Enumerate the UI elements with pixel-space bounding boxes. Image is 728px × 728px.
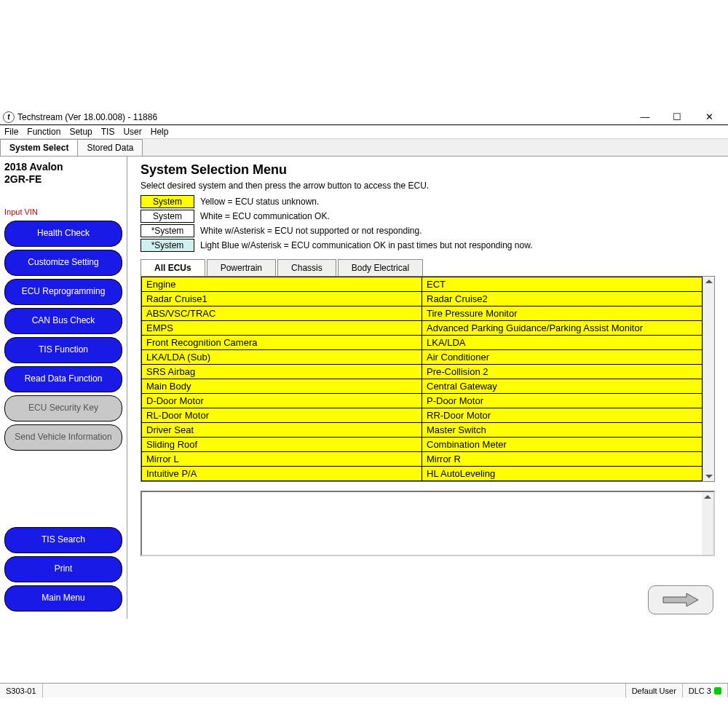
tab-chassis[interactable]: Chassis — [277, 259, 336, 276]
tis-function-button[interactable]: TIS Function — [4, 337, 122, 363]
tab-all-ecus[interactable]: All ECUs — [141, 259, 205, 276]
close-button[interactable]: ✕ — [693, 110, 725, 124]
app-icon: t — [3, 111, 15, 123]
menu-help[interactable]: Help — [151, 127, 169, 137]
menu-user[interactable]: User — [123, 127, 141, 137]
legend-white-desc: White = ECU communication OK. — [200, 211, 330, 221]
tis-search-button[interactable]: TIS Search — [4, 527, 122, 553]
input-vin-link[interactable]: Input VIN — [4, 207, 122, 216]
app-window: t Techstream (Ver 18.00.008) - 11886 — ☐… — [0, 0, 728, 728]
window-controls: — ☐ ✕ — [629, 110, 725, 124]
ecu-security-key-button: ECU Security Key — [4, 395, 122, 422]
ecu-table: EngineECTRadar Cruise1Radar Cruise2ABS/V… — [141, 277, 703, 481]
ecu-cell[interactable]: Master Switch — [422, 423, 703, 438]
tab-body-electrical[interactable]: Body Electrical — [338, 259, 423, 276]
vehicle-engine: 2GR-FE — [4, 173, 122, 186]
sidebar-spacer — [4, 454, 122, 527]
send-vehicle-info-button: Send Vehicle Information — [4, 424, 122, 451]
table-row: Mirror LMirror R — [142, 452, 703, 467]
tab-system-select[interactable]: System Select — [0, 139, 78, 156]
health-check-button[interactable]: Health Check — [4, 221, 122, 247]
table-row: ABS/VSC/TRACTire Pressure Monitor — [142, 306, 703, 321]
table-row: D-Door MotorP-Door Motor — [142, 394, 703, 408]
menu-tis[interactable]: TIS — [101, 127, 115, 137]
ecu-reprogramming-button[interactable]: ECU Reprogramming — [4, 279, 122, 305]
ecu-cell[interactable]: Engine — [142, 277, 422, 292]
customize-setting-button[interactable]: Customize Setting — [4, 250, 122, 276]
log-area — [141, 491, 715, 556]
ecu-cell[interactable]: ECT — [422, 277, 703, 292]
status-indicator-icon — [714, 687, 721, 695]
menu-function[interactable]: Function — [27, 127, 60, 137]
ecu-cell[interactable]: Tire Pressure Monitor — [422, 306, 703, 321]
ecu-cell[interactable]: LKA/LDA — [422, 336, 703, 350]
status-user: Default User — [626, 684, 683, 697]
ecu-cell[interactable]: EMPS — [142, 321, 422, 336]
ecu-cell[interactable]: Mirror L — [142, 452, 422, 467]
ecu-cell[interactable]: ABS/VSC/TRAC — [142, 306, 422, 321]
log-scrollbar[interactable] — [702, 492, 713, 555]
ecu-cell[interactable]: Mirror R — [422, 452, 703, 467]
ecu-cell[interactable]: Intuitive P/A — [142, 467, 422, 481]
read-data-function-button[interactable]: Read Data Function — [4, 366, 122, 392]
status-dlc-label: DLC 3 — [689, 687, 711, 695]
statusbar: S303-01 Default User DLC 3 — [0, 683, 728, 697]
ecu-cell[interactable]: Radar Cruise1 — [142, 292, 422, 306]
minimize-button[interactable]: — — [629, 110, 661, 124]
ecu-cell[interactable]: Combination Meter — [422, 438, 703, 452]
menubar: File Function Setup TIS User Help — [0, 125, 728, 139]
main-menu-button[interactable]: Main Menu — [4, 585, 122, 612]
tab-stored-data[interactable]: Stored Data — [77, 139, 143, 156]
menu-file[interactable]: File — [4, 127, 18, 137]
ecu-cell[interactable]: Main Body — [142, 379, 422, 394]
proceed-arrow-button[interactable] — [648, 585, 713, 614]
status-code: S303-01 — [0, 684, 43, 697]
ecu-cell[interactable]: Central Gateway — [422, 379, 703, 394]
log-text[interactable] — [142, 492, 702, 555]
table-row: Front Recognition CameraLKA/LDA — [142, 336, 703, 350]
instruction-text: Select desired system and then press the… — [141, 181, 715, 191]
ecu-cell[interactable]: SRS Airbag — [142, 365, 422, 379]
ecu-scrollbar[interactable] — [703, 277, 714, 481]
table-row: SRS AirbagPre-Collision 2 — [142, 365, 703, 379]
ecu-cell[interactable]: LKA/LDA (Sub) — [142, 350, 422, 365]
ecu-cell[interactable]: D-Door Motor — [142, 394, 422, 408]
menu-setup[interactable]: Setup — [69, 127, 92, 137]
page-title: System Selection Menu — [141, 162, 715, 178]
legend-asterisk-box: *System — [141, 224, 194, 237]
status-dlc: DLC 3 — [683, 684, 728, 697]
legend-lightblue-desc: Light Blue w/Asterisk = ECU communicatio… — [200, 240, 533, 250]
ecu-cell[interactable]: Sliding Roof — [142, 438, 422, 452]
titlebar: t Techstream (Ver 18.00.008) - 11886 — ☐… — [0, 109, 728, 125]
ecu-cell[interactable]: RL-Door Motor — [142, 408, 422, 423]
legend-white-box: System — [141, 210, 194, 223]
ecu-table-container: EngineECTRadar Cruise1Radar Cruise2ABS/V… — [141, 276, 715, 482]
ecu-cell[interactable]: Air Conditioner — [422, 350, 703, 365]
ecu-cell[interactable]: HL AutoLeveling — [422, 467, 703, 481]
ecu-cell[interactable]: P-Door Motor — [422, 394, 703, 408]
legend-lightblue: *System Light Blue w/Asterisk = ECU comm… — [141, 239, 715, 252]
content-area: 2018 Avalon 2GR-FE Input VIN Health Chec… — [0, 157, 728, 619]
ecu-cell[interactable]: RR-Door Motor — [422, 408, 703, 423]
table-row: Main BodyCentral Gateway — [142, 379, 703, 394]
vehicle-model: 2018 Avalon — [4, 161, 122, 173]
table-row: RL-Door MotorRR-Door Motor — [142, 408, 703, 423]
top-tabstrip: System Select Stored Data — [0, 139, 728, 157]
legend-lightblue-box: *System — [141, 239, 194, 252]
ecu-cell[interactable]: Driver Seat — [142, 423, 422, 438]
table-row: EngineECT — [142, 277, 703, 292]
maximize-button[interactable]: ☐ — [661, 110, 693, 124]
legend-asterisk-desc: White w/Asterisk = ECU not supported or … — [200, 226, 422, 236]
table-row: Driver SeatMaster Switch — [142, 423, 703, 438]
print-button[interactable]: Print — [4, 556, 122, 582]
ecu-cell[interactable]: Radar Cruise2 — [422, 292, 703, 306]
ecu-cell[interactable]: Advanced Parking Guidance/Parking Assist… — [422, 321, 703, 336]
table-row: LKA/LDA (Sub)Air Conditioner — [142, 350, 703, 365]
tab-powertrain[interactable]: Powertrain — [207, 259, 276, 276]
legend-asterisk: *System White w/Asterisk = ECU not suppo… — [141, 224, 715, 237]
main-panel: System Selection Menu Select desired sys… — [127, 157, 728, 619]
ecu-cell[interactable]: Front Recognition Camera — [142, 336, 422, 350]
ecu-cell[interactable]: Pre-Collision 2 — [422, 365, 703, 379]
can-bus-check-button[interactable]: CAN Bus Check — [4, 308, 122, 334]
table-row: Intuitive P/AHL AutoLeveling — [142, 467, 703, 481]
